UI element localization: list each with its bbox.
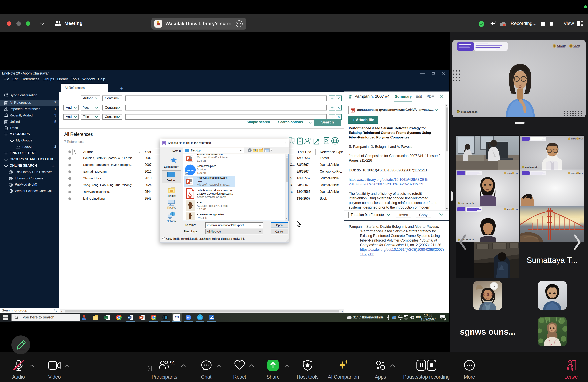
svg-text:CLM>: CLM> bbox=[573, 44, 581, 47]
svg-text:GRAD>: GRAD> bbox=[557, 44, 567, 47]
svg-text:GRAD>: GRAD> bbox=[507, 208, 513, 210]
svg-text:zoom: zoom bbox=[187, 169, 194, 172]
svg-text:GRAD>: GRAD> bbox=[571, 138, 577, 140]
svg-text:W: W bbox=[128, 316, 131, 319]
svg-text:P: P bbox=[140, 316, 142, 319]
svg-text:zm: zm bbox=[187, 316, 190, 319]
svg-text:CLM>: CLM> bbox=[579, 138, 583, 140]
svg-text:P: P bbox=[187, 180, 189, 183]
svg-text:X: X bbox=[105, 316, 107, 319]
svg-text:CLM>: CLM> bbox=[579, 172, 583, 174]
svg-text:CLM>: CLM> bbox=[515, 172, 518, 174]
svg-text:GRAD>: GRAD> bbox=[571, 172, 577, 174]
svg-text:GRAD>: GRAD> bbox=[507, 172, 513, 174]
svg-text:CLM>: CLM> bbox=[515, 208, 518, 210]
svg-text:PDF: PDF bbox=[188, 196, 192, 198]
svg-text:5: 5 bbox=[444, 318, 445, 320]
svg-text:P: P bbox=[187, 157, 189, 160]
